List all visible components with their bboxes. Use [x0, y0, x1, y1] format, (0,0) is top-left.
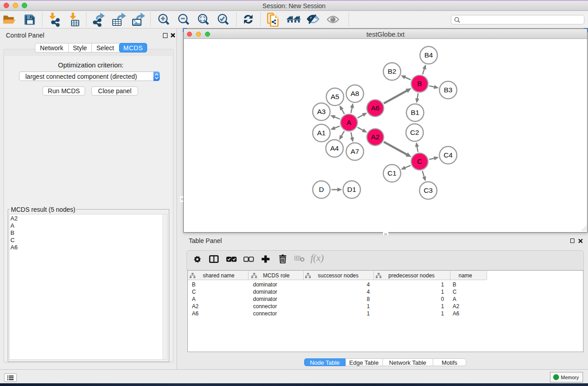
svg-text:B3: B3 [444, 86, 453, 94]
svg-text:C4: C4 [444, 151, 453, 159]
svg-text:B1: B1 [411, 109, 420, 116]
svg-text:A3: A3 [317, 108, 326, 115]
svg-text:A8: A8 [351, 90, 359, 97]
svg-text:C3: C3 [424, 186, 433, 194]
svg-text:D1: D1 [347, 186, 356, 193]
svg-text:C: C [417, 157, 422, 165]
svg-text:A5: A5 [331, 93, 339, 100]
svg-text:A4: A4 [330, 144, 339, 152]
svg-text:C2: C2 [410, 129, 419, 136]
svg-text:B: B [417, 80, 422, 87]
svg-text:A7: A7 [351, 148, 359, 155]
svg-text:C1: C1 [387, 169, 397, 177]
svg-text:D: D [319, 186, 324, 193]
svg-text:A6: A6 [371, 104, 380, 112]
svg-text:B2: B2 [388, 67, 397, 75]
svg-text:A2: A2 [371, 133, 380, 141]
svg-text:B4: B4 [425, 51, 433, 59]
svg-text:A1: A1 [317, 129, 326, 137]
svg-text:A: A [347, 119, 352, 126]
